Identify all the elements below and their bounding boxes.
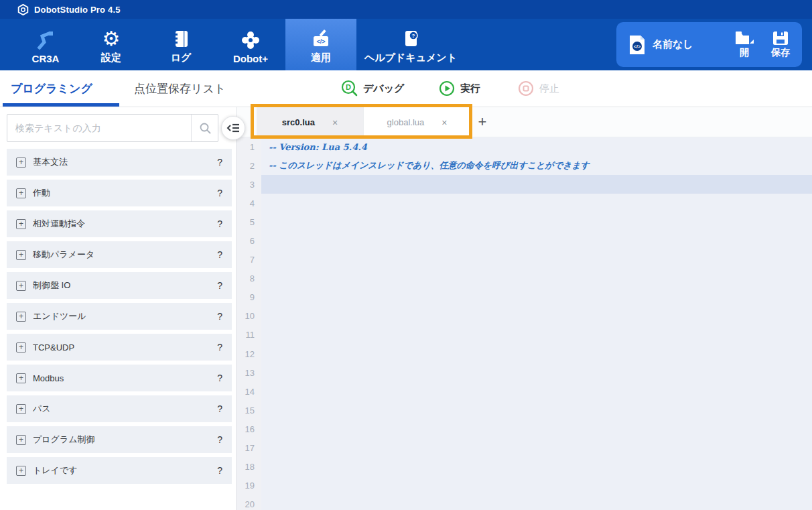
expand-plus-icon[interactable]: + xyxy=(16,373,26,383)
search-input[interactable] xyxy=(7,123,191,133)
nav-item-apply[interactable]: </> 適用 xyxy=(285,19,356,70)
code-line[interactable]: 7 xyxy=(236,251,812,269)
line-number: 17 xyxy=(236,439,261,458)
code-text xyxy=(261,344,812,363)
help-question-icon[interactable]: ? xyxy=(217,218,222,229)
sidebar-item[interactable]: +制御盤 IO? xyxy=(7,272,232,299)
code-line[interactable]: 12 xyxy=(236,344,812,363)
help-question-icon[interactable]: ? xyxy=(217,373,222,383)
sidebar-item[interactable]: +相対運動指令? xyxy=(7,210,232,237)
sidebar-item[interactable]: +Modbus? xyxy=(7,365,232,391)
code-text xyxy=(261,401,812,420)
line-number: 3 xyxy=(236,175,261,194)
puzzle-icon xyxy=(241,29,261,50)
sidebar-item[interactable]: +エンドツール? xyxy=(7,303,232,330)
help-question-icon[interactable]: ? xyxy=(217,249,222,260)
close-tab-icon[interactable]: × xyxy=(442,117,447,128)
expand-plus-icon[interactable]: + xyxy=(16,281,26,291)
code-line[interactable]: 15 xyxy=(236,401,812,420)
open-button[interactable]: 開 xyxy=(735,31,754,59)
nav-label: Dobot+ xyxy=(233,53,268,64)
dobot-logo-icon xyxy=(17,4,29,15)
code-line[interactable]: 8 xyxy=(236,269,812,288)
help-question-icon[interactable]: ? xyxy=(217,465,222,476)
code-rows: 1-- Version: Lua 5.4.42-- このスレッドはメインスレッド… xyxy=(236,137,812,510)
code-text xyxy=(261,251,812,269)
help-question-icon[interactable]: ? xyxy=(217,342,222,353)
collapse-panel-button[interactable] xyxy=(221,116,245,140)
expand-plus-icon[interactable]: + xyxy=(16,342,26,353)
run-button[interactable]: 実行 xyxy=(439,70,480,107)
code-line[interactable]: 3 xyxy=(236,175,812,194)
help-question-icon[interactable]: ? xyxy=(217,280,222,291)
help-question-icon[interactable]: ? xyxy=(217,434,222,445)
line-number: 14 xyxy=(236,382,261,401)
line-number: 2 xyxy=(236,156,261,175)
sidebar-item[interactable]: +TCP&UDP? xyxy=(7,334,232,361)
help-question-icon[interactable]: ? xyxy=(217,311,222,322)
stop-icon xyxy=(518,80,534,97)
nav-label: 適用 xyxy=(311,52,331,64)
code-line[interactable]: 10 xyxy=(236,307,812,326)
nav-item-help-docs[interactable]: ? ヘルプドキュメント xyxy=(356,19,465,70)
code-line[interactable]: 19 xyxy=(236,476,812,495)
code-line[interactable]: 17 xyxy=(236,439,812,458)
code-line[interactable]: 2-- このスレッドはメインスレッドであり、任意の命令を呼び出すことができます xyxy=(236,156,812,175)
sidebar-item-label: パス xyxy=(33,403,51,415)
sidebar-item-label: プログラム制御 xyxy=(33,434,95,446)
code-line[interactable]: 4 xyxy=(236,194,812,212)
new-tab-button[interactable]: + xyxy=(471,107,494,137)
search-button[interactable] xyxy=(191,115,218,141)
expand-plus-icon[interactable]: + xyxy=(16,188,26,198)
sidebar-item-label: 基本文法 xyxy=(33,156,68,168)
help-question-icon[interactable]: ? xyxy=(217,188,222,198)
sidebar-item[interactable]: +基本文法? xyxy=(7,149,232,176)
app-title: DobotStudio Pro 4.5 xyxy=(34,5,121,15)
code-line[interactable]: 6 xyxy=(236,231,812,250)
code-line[interactable]: 9 xyxy=(236,288,812,307)
line-number: 11 xyxy=(236,326,261,344)
code-line[interactable]: 11 xyxy=(236,326,812,344)
expand-plus-icon[interactable]: + xyxy=(16,312,26,322)
expand-plus-icon[interactable]: + xyxy=(16,157,26,168)
sidebar-item[interactable]: +作動? xyxy=(7,180,232,206)
code-text xyxy=(261,363,812,382)
expand-plus-icon[interactable]: + xyxy=(16,435,26,445)
expand-plus-icon[interactable]: + xyxy=(16,219,26,229)
code-line[interactable]: 20 xyxy=(236,495,812,510)
close-tab-icon[interactable]: × xyxy=(332,117,338,128)
expand-plus-icon[interactable]: + xyxy=(16,466,26,476)
code-line[interactable]: 13 xyxy=(236,363,812,382)
save-button[interactable]: 保存 xyxy=(771,31,790,59)
code-line[interactable]: 1-- Version: Lua 5.4.4 xyxy=(236,137,812,156)
stop-button[interactable]: 停止 xyxy=(518,70,559,107)
tab-point-list[interactable]: 点位置保存リスト xyxy=(134,70,226,107)
sidebar-item[interactable]: +プログラム制御? xyxy=(7,426,232,453)
tab-programming[interactable]: プログラミング xyxy=(11,70,92,107)
editor-tab-src0[interactable]: src0.lua × xyxy=(257,107,364,137)
code-line[interactable]: 5 xyxy=(236,212,812,231)
code-text xyxy=(261,194,812,212)
expand-plus-icon[interactable]: + xyxy=(16,250,26,260)
code-line[interactable]: 16 xyxy=(236,420,812,438)
code-line[interactable]: 18 xyxy=(236,458,812,476)
help-question-icon[interactable]: ? xyxy=(217,157,222,168)
line-number: 5 xyxy=(236,212,261,231)
nav-item-log[interactable]: ログ xyxy=(146,19,216,70)
run-icon xyxy=(439,80,455,97)
nav-item-robot[interactable]: CR3A xyxy=(15,19,76,70)
editor-tab-global[interactable]: global.lua × xyxy=(364,107,471,137)
sidebar-item[interactable]: +トレイです? xyxy=(7,457,232,484)
debug-button[interactable]: D デバッグ xyxy=(340,70,404,107)
nav-item-dobot-plus[interactable]: Dobot+ xyxy=(216,19,285,70)
sidebar-item[interactable]: +移動パラメータ? xyxy=(7,241,232,268)
help-question-icon[interactable]: ? xyxy=(217,403,222,414)
nav-item-settings[interactable]: ⚙ 設定 xyxy=(76,19,146,70)
code-line[interactable]: 14 xyxy=(236,382,812,401)
save-label: 保存 xyxy=(771,47,790,59)
search-box xyxy=(7,114,218,142)
expand-plus-icon[interactable]: + xyxy=(16,404,26,414)
sidebar-item-label: TCP&UDP xyxy=(33,342,74,353)
sidebar-item[interactable]: +パス? xyxy=(7,395,232,422)
tab-label: 点位置保存リスト xyxy=(134,81,226,97)
